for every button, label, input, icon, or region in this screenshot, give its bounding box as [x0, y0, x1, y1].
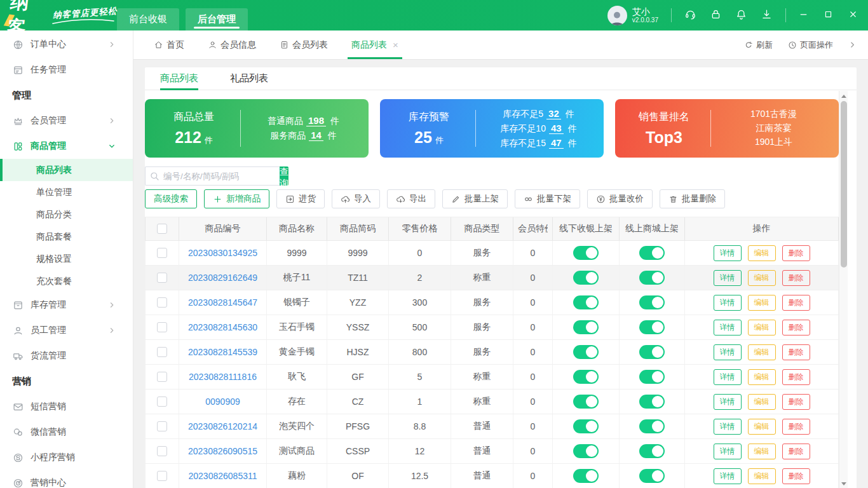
sidebar-item-inventory-management[interactable]: 库存管理 — [0, 292, 133, 318]
scroll-down-arrow-icon[interactable] — [839, 479, 848, 488]
page-tab-member-list[interactable]: 会员列表 — [280, 30, 328, 59]
row-checkbox[interactable] — [157, 322, 167, 332]
sidebar-subitem-spec-settings[interactable]: 规格设置 — [0, 248, 133, 270]
offline-shelf-toggle[interactable] — [573, 345, 599, 359]
online-shelf-toggle[interactable] — [639, 345, 665, 359]
delete-button[interactable]: 删除 — [782, 295, 810, 311]
offline-shelf-toggle[interactable] — [573, 320, 599, 334]
goods-code-link[interactable]: 20230830134925 — [188, 248, 257, 258]
customer-service-button[interactable] — [684, 8, 696, 23]
batch-delete-button[interactable]: 批量删除 — [660, 189, 725, 208]
goods-code-link[interactable]: 20230826120214 — [188, 421, 257, 431]
select-all-checkbox[interactable] — [157, 224, 167, 234]
goods-code-link[interactable]: 20230828145647 — [188, 297, 257, 308]
row-checkbox[interactable] — [157, 471, 167, 481]
row-checkbox[interactable] — [157, 347, 167, 357]
sidebar-subitem-goods-package[interactable]: 商品套餐 — [0, 226, 133, 248]
sidebar-item-staff-management[interactable]: 员工管理 — [0, 318, 133, 343]
offline-shelf-toggle[interactable] — [573, 395, 599, 409]
detail-button[interactable]: 详情 — [714, 394, 742, 410]
online-shelf-toggle[interactable] — [639, 370, 665, 384]
online-shelf-toggle[interactable] — [639, 320, 665, 334]
close-button[interactable] — [848, 10, 858, 22]
goods-code-link[interactable]: 20230828145630 — [188, 322, 257, 332]
edit-button[interactable]: 编辑 — [748, 444, 776, 459]
page-tab-home[interactable]: 首页 — [154, 30, 184, 59]
download-button[interactable] — [761, 8, 773, 23]
edit-button[interactable]: 编辑 — [748, 344, 776, 360]
vertical-scrollbar[interactable] — [839, 91, 848, 488]
top-nav-backoffice[interactable]: 后台管理 — [186, 8, 248, 30]
row-checkbox[interactable] — [157, 421, 167, 431]
delete-button[interactable]: 删除 — [782, 344, 810, 360]
online-shelf-toggle[interactable] — [639, 295, 665, 309]
import-button[interactable]: 导入 — [332, 189, 380, 208]
goods-code-link[interactable]: 20230828145539 — [188, 347, 257, 357]
row-checkbox[interactable] — [157, 372, 167, 382]
edit-button[interactable]: 编辑 — [748, 468, 776, 484]
close-tab-icon[interactable]: × — [393, 39, 398, 50]
detail-button[interactable]: 详情 — [714, 369, 742, 385]
edit-button[interactable]: 编辑 — [748, 320, 776, 336]
row-checkbox[interactable] — [157, 273, 167, 283]
scroll-up-arrow-icon[interactable] — [839, 92, 848, 100]
goods-code-link[interactable]: 20230829162649 — [188, 273, 257, 283]
delete-button[interactable]: 删除 — [782, 245, 810, 261]
detail-button[interactable]: 详情 — [714, 295, 742, 311]
sidebar-item-wechat-marketing[interactable]: 微信营销 — [0, 419, 133, 445]
online-shelf-toggle[interactable] — [639, 469, 665, 483]
sidebar-subitem-unit-management[interactable]: 单位管理 — [0, 181, 133, 203]
delete-button[interactable]: 删除 — [782, 444, 810, 459]
sidebar-item-member-management[interactable]: 会员管理 — [0, 108, 133, 133]
sidebar-item-task-management[interactable]: 任务管理 — [0, 57, 133, 83]
maximize-button[interactable] — [824, 10, 833, 22]
online-shelf-toggle[interactable] — [639, 395, 665, 409]
purchase-button[interactable]: 进货 — [276, 189, 325, 208]
content-tab-goods-list[interactable]: 商品列表 — [160, 67, 198, 90]
sidebar-subitem-recharge-package[interactable]: 充次套餐 — [0, 270, 133, 292]
offline-shelf-toggle[interactable] — [573, 271, 599, 285]
batch-off-shelf-button[interactable]: 批量下架 — [515, 189, 580, 208]
edit-button[interactable]: 编辑 — [748, 245, 776, 261]
detail-button[interactable]: 详情 — [714, 444, 742, 459]
refresh-action[interactable]: 刷新 — [744, 39, 773, 51]
edit-button[interactable]: 编辑 — [748, 394, 776, 410]
delete-button[interactable]: 删除 — [782, 369, 810, 385]
delete-button[interactable]: 删除 — [782, 394, 810, 410]
page-operations-action[interactable]: 页面操作 — [788, 39, 833, 51]
sidebar-item-logistics-management[interactable]: 货流管理 — [0, 343, 133, 369]
row-checkbox[interactable] — [157, 396, 167, 407]
row-checkbox[interactable] — [157, 446, 167, 456]
sidebar-subitem-goods-category[interactable]: 商品分类 — [0, 203, 133, 226]
offline-shelf-toggle[interactable] — [573, 295, 599, 309]
edit-button[interactable]: 编辑 — [748, 270, 776, 286]
avatar[interactable] — [607, 6, 627, 25]
search-input[interactable] — [145, 166, 280, 186]
offline-shelf-toggle[interactable] — [573, 444, 599, 458]
offline-shelf-toggle[interactable] — [573, 370, 599, 384]
goods-code-link[interactable]: 20230826085311 — [189, 471, 257, 481]
online-shelf-toggle[interactable] — [639, 271, 665, 285]
minimize-button[interactable] — [799, 10, 808, 22]
delete-button[interactable]: 删除 — [782, 468, 810, 484]
export-button[interactable]: 导出 — [387, 189, 435, 208]
goods-code-link[interactable]: 20230828111816 — [189, 372, 257, 382]
edit-button[interactable]: 编辑 — [748, 419, 776, 435]
row-checkbox[interactable] — [157, 297, 167, 308]
delete-button[interactable]: 删除 — [782, 320, 810, 336]
notifications-button[interactable] — [735, 8, 747, 23]
query-button[interactable]: 查询 — [280, 166, 288, 186]
edit-button[interactable]: 编辑 — [748, 369, 776, 385]
scrollbar-thumb[interactable] — [841, 101, 847, 268]
online-shelf-toggle[interactable] — [639, 444, 665, 458]
user-box[interactable]: 艾小 v2.0.0.37 — [607, 6, 658, 25]
page-tab-member-info[interactable]: 会员信息 — [208, 30, 256, 59]
sidebar-item-marketing-center[interactable]: 营销中心 — [0, 470, 133, 488]
content-tab-gift-list[interactable]: 礼品列表 — [230, 67, 268, 90]
row-checkbox[interactable] — [157, 248, 167, 258]
goods-code-link[interactable]: 0090909 — [205, 396, 240, 407]
delete-button[interactable]: 删除 — [782, 270, 810, 286]
sidebar-item-goods-management[interactable]: 商品管理 — [0, 133, 133, 159]
detail-button[interactable]: 详情 — [714, 468, 742, 484]
goods-code-link[interactable]: 20230826090515 — [188, 446, 257, 456]
